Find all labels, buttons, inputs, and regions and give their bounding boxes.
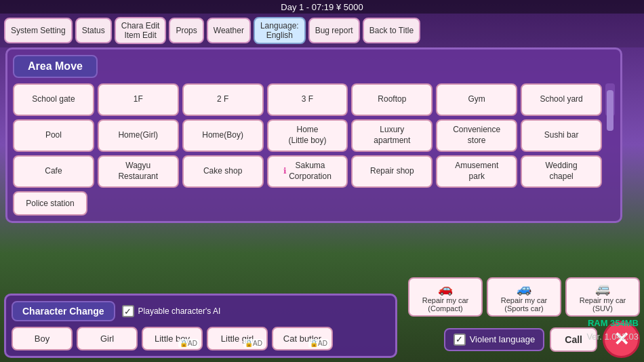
area-police-station[interactable]: Police station (13, 191, 87, 216)
toolbar: System Setting Status Chara Edit Item Ed… (0, 14, 644, 47)
area-sakuma-corporation[interactable]: ℹSakuma Corporation (267, 155, 348, 188)
area-home-boy[interactable]: Home(Boy) (182, 119, 264, 152)
character-change-panel: Character Change ✓ Playable character's … (4, 294, 397, 358)
bug-report-button[interactable]: Bug report (308, 18, 360, 43)
area-pool[interactable]: Pool (13, 119, 94, 152)
car-compact-label: Repair my car (Compact) (422, 296, 468, 313)
area-grid-row1: School gate 1F 2 F 3 F Rooftop Gym Schoo… (13, 83, 615, 116)
repair-car-sports-button[interactable]: 🚙 Repair my car (Sports car) (487, 277, 561, 317)
area-wedding-chapel[interactable]: Wedding chapel (521, 155, 602, 188)
area-gym[interactable]: Gym (436, 83, 517, 116)
area-cafe[interactable]: Cafe (13, 155, 94, 188)
car-compact-icon: 🚗 (415, 281, 476, 296)
car-sports-icon: 🚙 (494, 281, 555, 296)
char-panel-header: Character Change ✓ Playable character's … (12, 301, 390, 321)
ai-checkbox-row[interactable]: ✓ Playable character's AI (122, 305, 221, 317)
area-school-gate[interactable]: School gate (13, 83, 94, 116)
scroll-track (605, 83, 615, 116)
repair-car-compact-button[interactable]: 🚗 Repair my car (Compact) (408, 277, 483, 317)
ai-checkbox[interactable]: ✓ (122, 305, 134, 317)
info-icon: ℹ (283, 166, 287, 177)
area-1f[interactable]: 1F (98, 83, 179, 116)
area-school-yard[interactable]: School yard (521, 83, 602, 116)
violent-language-row[interactable]: ✓ Violent language (444, 328, 545, 351)
lock-badge-little-girl: 🔒AD (243, 339, 264, 348)
system-setting-button[interactable]: System Setting (4, 18, 73, 43)
area-repair-shop[interactable]: Repair shop (351, 155, 432, 188)
area-luxury-apartment[interactable]: Luxury apartment (351, 119, 432, 152)
area-sushi-bar[interactable]: Sushi bar (521, 119, 602, 152)
area-wagyu-restaurant[interactable]: Wagyu Restaurant (98, 155, 179, 188)
area-grid-row4: Police station (13, 191, 615, 216)
props-button[interactable]: Props (169, 18, 203, 43)
car-suv-label: Repair my car (SUV) (580, 296, 626, 313)
car-sports-label: Repair my car (Sports car) (501, 296, 547, 313)
panel-title: Area Move (13, 55, 98, 78)
lock-badge-little-boy: 🔒AD (178, 339, 199, 348)
character-buttons: Boy Girl Little boy 🔒AD Little girl 🔒AD … (12, 327, 390, 350)
area-grid-row2: Pool Home(Girl) Home(Boy) Home (Little b… (13, 119, 615, 152)
language-button[interactable]: Language: English (254, 17, 306, 45)
chara-edit-button[interactable]: Chara Edit Item Edit (115, 17, 167, 45)
car-row: 🚗 Repair my car (Compact) 🚙 Repair my ca… (401, 277, 640, 317)
area-home-little-boy[interactable]: Home (Little boy) (267, 119, 348, 152)
area-rooftop[interactable]: Rooftop (351, 83, 432, 116)
back-to-title-button[interactable]: Back to Title (363, 18, 420, 43)
violent-checkbox[interactable]: ✓ (454, 334, 466, 346)
car-suv-icon: 🚐 (572, 281, 633, 296)
char-little-boy-button[interactable]: Little boy 🔒AD (142, 327, 203, 350)
area-home-girl[interactable]: Home(Girl) (98, 119, 179, 152)
area-move-panel: Area Move School gate 1F 2 F 3 F Rooftop… (5, 47, 622, 223)
area-convenience-store[interactable]: Convenience store (436, 119, 517, 152)
ram-info: RAM 354MB (588, 318, 639, 328)
area-2f[interactable]: 2 F (182, 83, 264, 116)
char-boy-button[interactable]: Boy (12, 327, 73, 350)
top-bar: Day 1 - 07:19 ¥ 5000 (0, 0, 644, 14)
character-change-title: Character Change (12, 301, 115, 321)
violent-label: Violent language (470, 334, 536, 344)
char-girl-button[interactable]: Girl (77, 327, 138, 350)
version-info: Ver. 1.042.03 (586, 331, 639, 342)
area-3f[interactable]: 3 F (267, 83, 348, 116)
bottom-section: Character Change ✓ Playable character's … (0, 273, 644, 362)
area-grid-row3: Cafe Wagyu Restaurant Cake shop ℹSakuma … (13, 155, 615, 188)
weather-button[interactable]: Weather (207, 18, 251, 43)
lock-badge-cat-butler: 🔒AD (308, 339, 329, 348)
day-info: Day 1 - 07:19 ¥ 5000 (281, 2, 363, 12)
area-amusement-park[interactable]: Amusement park (436, 155, 517, 188)
repair-car-suv-button[interactable]: 🚐 Repair my car (SUV) (565, 277, 640, 317)
ai-checkbox-label: Playable character's AI (138, 306, 221, 316)
char-cat-butler-button[interactable]: Cat butler 🔒AD (272, 327, 333, 350)
status-button[interactable]: Status (75, 18, 112, 43)
char-little-girl-button[interactable]: Little girl 🔒AD (207, 327, 268, 350)
area-cake-shop[interactable]: Cake shop (182, 155, 264, 188)
